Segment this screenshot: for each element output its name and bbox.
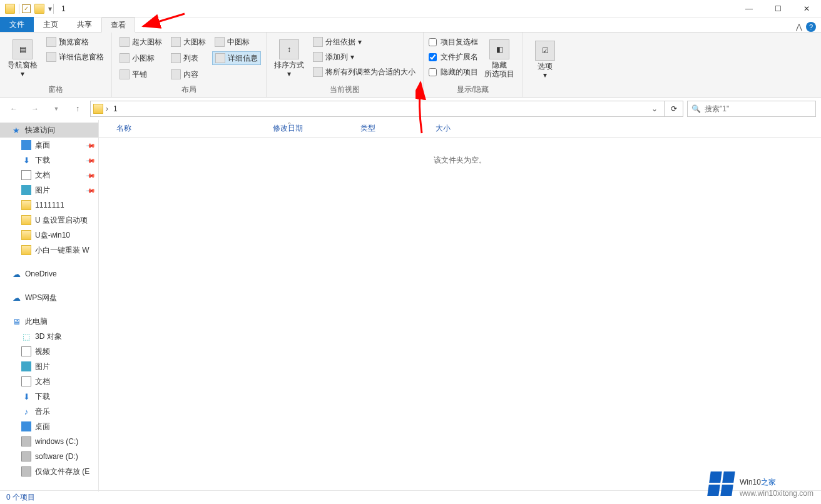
column-name[interactable]: 名称 (111, 123, 268, 134)
m-icons-icon (215, 37, 225, 47)
address-dropdown-icon[interactable]: ⌄ (648, 104, 661, 113)
qat-folder-icon[interactable] (34, 4, 44, 14)
tree-documents-2[interactable]: 文档 (0, 374, 98, 389)
qat-dropdown-icon[interactable]: ▾ (48, 4, 52, 13)
back-button[interactable]: ← (5, 100, 23, 118)
details-pane-button[interactable]: 详细信息窗格 (44, 50, 106, 64)
tree-videos[interactable]: 视频 (0, 344, 98, 359)
tab-home[interactable]: 主页 (34, 17, 68, 32)
minimize-button[interactable]: — (735, 0, 763, 18)
help-icon[interactable]: ? (806, 22, 816, 32)
ribbon-group-layout: 超大图标 大图标 中图标 小图标 列表 详细信息 平铺 内容 布局 (112, 33, 267, 97)
tree-folder-2[interactable]: U 盘设置启动项 (0, 213, 98, 228)
add-columns-button[interactable]: 添加列 ▾ (310, 50, 418, 64)
view-small-icons[interactable]: 小图标 (117, 51, 165, 65)
navigation-tree: ★快速访问 桌面📌 ⬇下载📌 文档📌 图片📌 1111111 U 盘设置启动项 … (0, 120, 99, 491)
close-button[interactable]: ✕ (792, 0, 821, 18)
windows-logo-icon (707, 471, 735, 496)
tree-wps[interactable]: ☁WPS网盘 (0, 290, 98, 305)
ribbon-collapse-icon[interactable]: ⋀ (796, 23, 802, 31)
up-button[interactable]: ↑ (69, 100, 86, 118)
s-icons-icon (120, 53, 130, 63)
details-icon (215, 53, 225, 63)
view-large-icons[interactable]: 大图标 (168, 35, 208, 49)
file-ext-checkbox[interactable] (429, 53, 437, 61)
search-box[interactable]: 🔍 (687, 101, 816, 117)
watermark-brand: Win10之家 (740, 470, 776, 489)
tree-drive-d[interactable]: software (D:) (0, 449, 98, 464)
tree-downloads[interactable]: ⬇下载📌 (0, 153, 98, 168)
group-by-button[interactable]: 分组依据 ▾ (310, 35, 418, 49)
breadcrumb[interactable]: 1 (111, 104, 120, 113)
item-checkboxes-checkbox[interactable] (429, 38, 437, 46)
tab-view[interactable]: 查看 (101, 18, 135, 33)
tree-desktop[interactable]: 桌面📌 (0, 138, 98, 153)
video-icon (21, 346, 31, 356)
view-extra-large-icons[interactable]: 超大图标 (117, 35, 165, 49)
tab-share[interactable]: 共享 (68, 17, 101, 32)
view-medium-icons[interactable]: 中图标 (212, 35, 261, 49)
cube-icon: ⬚ (21, 331, 31, 341)
tree-folder-1[interactable]: 1111111 (0, 198, 98, 213)
hide-selected-button[interactable]: ◧ 隐藏所选项目 (482, 35, 517, 83)
tree-folder-3[interactable]: U盘-win10 (0, 228, 98, 243)
group-label-layout: 布局 (117, 83, 261, 97)
refresh-button[interactable]: ⟳ (665, 101, 683, 117)
tree-folder-4[interactable]: 小白一键重装 W (0, 243, 98, 258)
folder-icon (21, 245, 31, 255)
file-ext-toggle[interactable]: 文件扩展名 (429, 50, 478, 64)
options-button[interactable]: ☑ 选项▾ (528, 35, 563, 84)
maximize-button[interactable]: ☐ (763, 0, 792, 18)
watermark: Win10之家 www.win10xitong.com (709, 470, 813, 498)
view-content[interactable]: 内容 (168, 68, 208, 81)
details-pane-label: 详细信息窗格 (59, 52, 104, 63)
sort-by-button[interactable]: ↕ 排序方式▾ (272, 35, 307, 83)
tree-documents[interactable]: 文档📌 (0, 168, 98, 183)
tree-3d-objects[interactable]: ⬚3D 对象 (0, 329, 98, 344)
hidden-items-toggle[interactable]: 隐藏的项目 (429, 65, 478, 79)
tree-music[interactable]: ♪音乐 (0, 404, 98, 419)
view-list[interactable]: 列表 (168, 51, 208, 65)
view-tiles[interactable]: 平铺 (117, 68, 165, 81)
drive-icon (21, 466, 31, 476)
app-folder-icon (5, 4, 15, 14)
group-label-currentview: 当前视图 (272, 83, 418, 97)
tree-drive-c[interactable]: windows (C:) (0, 434, 98, 449)
folder-icon (21, 215, 31, 225)
size-columns-button[interactable]: 将所有列调整为合适的大小 (310, 65, 418, 79)
tree-pictures[interactable]: 图片📌 (0, 183, 98, 198)
separator (53, 4, 54, 14)
ribbon-group-currentview: ↕ 排序方式▾ 分组依据 ▾ 添加列 ▾ 将所有列调整为合适的大小 当前视图 (267, 33, 424, 97)
ribbon: ▤ 导航窗格▾ 预览窗格 详细信息窗格 窗格 超大图标 大图标 中图标 小图标 … (0, 33, 821, 98)
breadcrumb-sep: › (106, 104, 108, 113)
recent-dropdown[interactable]: ▼ (48, 100, 65, 118)
tree-this-pc[interactable]: 🖥此电脑 (0, 314, 98, 329)
item-checkboxes-toggle[interactable]: 项目复选框 (429, 35, 478, 49)
tree-pictures-2[interactable]: 图片 (0, 359, 98, 374)
star-icon: ★ (11, 125, 21, 135)
quick-access-toolbar: ✓ ▾ (0, 4, 58, 14)
drive-icon (21, 436, 31, 446)
tab-file[interactable]: 文件 (0, 17, 34, 32)
qat-checkbox-icon[interactable]: ✓ (22, 4, 31, 13)
tree-quick-access[interactable]: ★快速访问 (0, 123, 98, 138)
ribbon-group-panes: ▤ 导航窗格▾ 预览窗格 详细信息窗格 窗格 (0, 33, 112, 97)
view-details[interactable]: 详细信息 (212, 51, 261, 65)
tree-desktop-2[interactable]: 桌面 (0, 419, 98, 434)
desktop-icon (21, 421, 31, 431)
column-date[interactable]: 修改日期 (268, 123, 355, 134)
column-type[interactable]: 类型 (355, 123, 431, 134)
column-size[interactable]: 大小 (431, 123, 493, 134)
tree-onedrive[interactable]: ☁OneDrive (0, 266, 98, 281)
nav-pane-button[interactable]: ▤ 导航窗格▾ (5, 35, 40, 83)
tree-downloads-2[interactable]: ⬇下载 (0, 389, 98, 404)
group-by-icon (313, 37, 323, 47)
search-input[interactable] (705, 104, 812, 113)
item-count: 0 个项目 (6, 492, 35, 503)
forward-button[interactable]: → (26, 100, 44, 118)
hidden-items-checkbox[interactable] (429, 68, 437, 76)
tree-drive-e[interactable]: 仅做文件存放 (E (0, 464, 98, 479)
preview-pane-icon (46, 37, 56, 47)
address-bar[interactable]: › 1 ⌄ (90, 101, 665, 117)
preview-pane-button[interactable]: 预览窗格 (44, 35, 106, 49)
